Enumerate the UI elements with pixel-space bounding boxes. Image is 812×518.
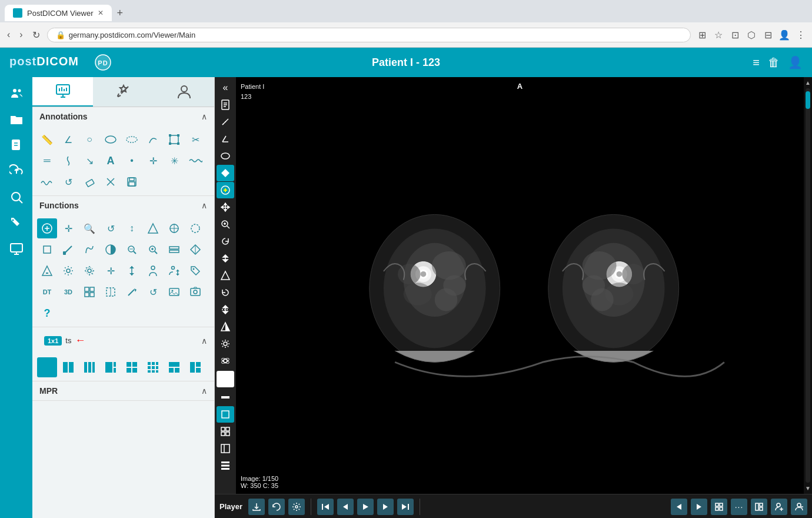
invert-btn[interactable] [217,318,234,335]
layout-main-left[interactable] [101,357,121,377]
layout-3-tall[interactable] [185,357,205,377]
point-tool[interactable]: • [122,151,142,171]
user-view-btn[interactable] [791,499,807,515]
address-bar[interactable]: 🔒 germany.postdicom.com/Viewer/Main [47,28,691,42]
forward-button[interactable]: › [17,27,25,42]
scroll2-btn[interactable] [217,301,234,318]
grid-view-btn[interactable] [711,499,727,515]
freehand-fn[interactable] [79,240,99,260]
crosshair-fn[interactable] [164,218,184,238]
tab-user[interactable] [154,77,214,107]
tag-fn[interactable] [185,261,205,281]
scroll-down-btn[interactable]: ▼ [804,484,812,493]
invert-fn[interactable] [37,261,57,281]
translate-icon[interactable]: ⊞ [695,28,708,41]
star-tool[interactable]: ✳ [164,151,184,171]
sidebar-icon[interactable]: ⊟ [761,28,774,41]
zoom-plus-fn[interactable] [143,240,163,260]
profile-icon[interactable]: 👤 [778,28,791,41]
wl-tool[interactable] [37,218,57,238]
back-button[interactable]: ‹ [5,27,12,42]
roi-tool[interactable] [164,130,184,150]
add-patient-btn[interactable] [771,499,787,515]
save-annot-tool[interactable] [122,172,142,192]
ruler-btn[interactable] [217,114,234,130]
dicom-view[interactable]: Patient I 123 03.04.1944 - F Body-Low Do… [236,77,804,494]
star-fn[interactable] [79,261,99,281]
zoom-btn[interactable] [217,216,234,233]
layout-3x3[interactable] [143,357,163,377]
horizontal-line[interactable]: ═ [37,151,57,171]
ruler-tool[interactable]: 📏 [37,130,57,150]
sidebar-icon-search[interactable] [5,185,28,209]
ellipse-tool[interactable] [101,130,121,150]
move-fn[interactable]: ✛ [101,261,121,281]
scroll-thumb[interactable] [806,91,810,109]
3d-fn[interactable]: 3D [58,282,78,302]
mpr-header[interactable]: MPR ∧ [32,381,214,400]
first-frame-btn[interactable] [317,499,334,515]
pan-tool[interactable]: ✛ [58,218,78,238]
text-tool[interactable]: A [101,151,121,171]
zoom-tool[interactable]: 🔍 [79,218,99,238]
scroll-btn[interactable] [217,250,234,267]
angle-btn[interactable] [217,131,234,147]
grid2-fn[interactable] [79,282,99,302]
arrow-tool[interactable]: ↘ [79,151,99,171]
rotate-tool[interactable]: ↺ [101,218,121,238]
needle-fn[interactable] [122,282,142,302]
next-frame-btn[interactable] [377,499,394,515]
person-fn[interactable] [143,261,163,281]
teal-sq[interactable] [217,406,234,423]
three-bars-btn[interactable] [217,457,234,474]
magnify-fn[interactable] [122,240,142,260]
layout-player-btn[interactable] [751,499,767,515]
orbital-btn[interactable] [217,353,234,369]
menu-icon[interactable]: ⋮ [794,28,807,41]
rotate-btn[interactable] [217,233,234,250]
multi-fn[interactable] [185,240,205,260]
scroll-tool[interactable]: ↕ [122,218,142,238]
undo-tool[interactable]: ↺ [58,172,78,192]
flip-tool[interactable] [143,218,163,238]
scroll-up-btn[interactable]: ▲ [804,78,812,87]
more-btn[interactable]: ··· [731,499,747,515]
scroll-track[interactable] [806,88,810,483]
extensions-icon[interactable]: ⬡ [745,28,758,41]
side-panel-btn[interactable] [217,440,234,457]
right-scrollbar[interactable]: ▲ ▼ [804,77,812,494]
annotations-header[interactable]: Annotations ∧ [32,107,214,126]
functions-header[interactable]: Functions ∧ [32,196,214,215]
sidebar-icon-upload[interactable] [5,160,28,183]
sidebar-icon-tags[interactable] [5,211,28,235]
layout-1x3[interactable] [79,357,99,377]
rotate2-btn[interactable] [217,284,234,301]
next-series-btn[interactable] [691,499,707,515]
crosshair-tool[interactable]: ✛ [143,151,163,171]
sidebar-icon-folder[interactable] [5,108,28,131]
clear-tool[interactable] [101,172,121,192]
grid-sq[interactable] [217,423,234,440]
active-tab[interactable]: PostDICOM Viewer ✕ [5,5,112,21]
prev-frame-btn[interactable] [337,499,354,515]
eraser-tool[interactable] [79,172,99,192]
circle-btn[interactable] [217,148,234,164]
layouts-header[interactable]: 1x1 ts ← ∧ [32,327,214,354]
new-tab-button[interactable]: + [112,6,128,21]
bookmark-icon[interactable]: ☆ [712,28,725,41]
layout-1x1[interactable] [37,357,57,377]
squiggle-tool[interactable] [37,172,57,192]
sidebar-icon-monitor[interactable] [5,237,28,261]
reset-btn[interactable] [268,499,285,515]
cog-fn[interactable] [58,261,78,281]
layout-1x2[interactable] [58,357,78,377]
prev-series-btn[interactable] [671,499,687,515]
sidebar-icon-reports[interactable] [5,134,28,157]
stack-fn[interactable] [164,240,184,260]
wave-tool[interactable] [185,151,205,171]
report-btn[interactable] [217,97,234,113]
tab-tools[interactable] [93,77,154,107]
play-btn[interactable] [357,499,374,515]
settings-btn[interactable] [288,499,305,515]
layout-top-split[interactable] [164,357,184,377]
